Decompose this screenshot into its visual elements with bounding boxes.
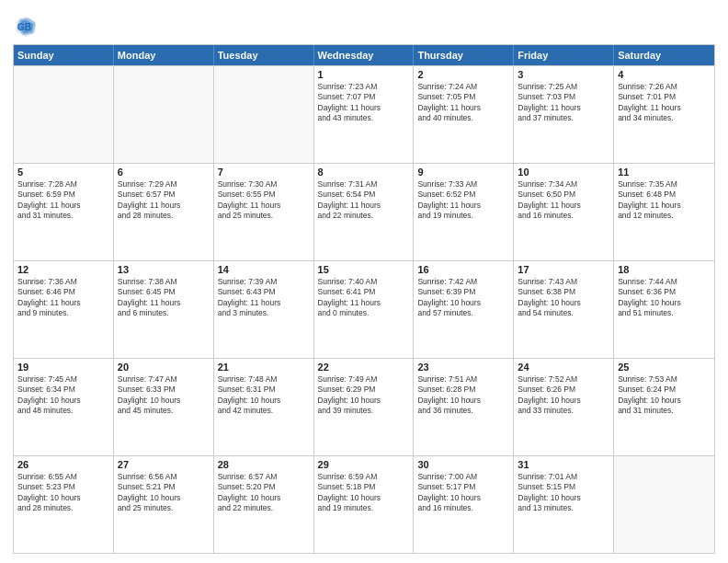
cal-header-friday: Friday — [514, 45, 614, 65]
cal-header-thursday: Thursday — [414, 45, 514, 65]
cal-cell-day-10: 10Sunrise: 7:34 AMSunset: 6:50 PMDayligh… — [514, 164, 614, 260]
day-number: 5 — [17, 167, 109, 178]
cal-header-wednesday: Wednesday — [314, 45, 415, 65]
cal-cell-day-31: 31Sunrise: 7:01 AMSunset: 5:15 PMDayligh… — [514, 456, 614, 553]
cal-cell-day-6: 6Sunrise: 7:29 AMSunset: 6:57 PMDaylight… — [114, 164, 214, 260]
cell-sun-info: Sunrise: 7:23 AMSunset: 7:07 PMDaylight:… — [318, 82, 410, 124]
cal-cell-day-24: 24Sunrise: 7:52 AMSunset: 6:26 PMDayligh… — [514, 359, 614, 455]
cell-sun-info: Sunrise: 7:36 AMSunset: 6:46 PMDaylight:… — [17, 277, 109, 319]
cal-header-sunday: Sunday — [14, 45, 114, 65]
day-number: 10 — [518, 167, 609, 178]
cal-header-monday: Monday — [114, 45, 214, 65]
cell-sun-info: Sunrise: 7:40 AMSunset: 6:41 PMDaylight:… — [318, 277, 410, 319]
day-number: 6 — [118, 167, 210, 178]
day-number: 27 — [118, 459, 210, 470]
day-number: 19 — [17, 362, 109, 373]
cell-sun-info: Sunrise: 7:29 AMSunset: 6:57 PMDaylight:… — [118, 179, 210, 222]
day-number: 30 — [417, 459, 509, 470]
day-number: 3 — [518, 69, 609, 80]
day-number: 12 — [17, 264, 109, 275]
cal-cell-empty-4-6 — [614, 456, 714, 553]
day-number: 20 — [118, 362, 210, 373]
day-number: 14 — [218, 264, 310, 275]
cell-sun-info: Sunrise: 7:43 AMSunset: 6:38 PMDaylight:… — [518, 277, 609, 319]
day-number: 7 — [218, 167, 310, 178]
day-number: 22 — [318, 362, 410, 373]
day-number: 9 — [417, 167, 509, 178]
day-number: 31 — [518, 459, 609, 470]
cell-sun-info: Sunrise: 7:31 AMSunset: 6:54 PMDaylight:… — [318, 179, 410, 222]
cell-sun-info: Sunrise: 7:33 AMSunset: 6:52 PMDaylight:… — [417, 179, 509, 222]
calendar: SundayMondayTuesdayWednesdayThursdayFrid… — [13, 44, 715, 554]
cell-sun-info: Sunrise: 7:30 AMSunset: 6:55 PMDaylight:… — [218, 179, 310, 222]
cal-cell-day-26: 26Sunrise: 6:55 AMSunset: 5:23 PMDayligh… — [14, 456, 114, 553]
cal-cell-empty-0-2 — [214, 66, 314, 163]
cal-cell-day-20: 20Sunrise: 7:47 AMSunset: 6:33 PMDayligh… — [114, 359, 214, 455]
cal-cell-day-28: 28Sunrise: 6:57 AMSunset: 5:20 PMDayligh… — [214, 456, 314, 553]
cal-cell-day-9: 9Sunrise: 7:33 AMSunset: 6:52 PMDaylight… — [414, 164, 514, 260]
cal-cell-day-29: 29Sunrise: 6:59 AMSunset: 5:18 PMDayligh… — [314, 456, 415, 553]
cal-cell-day-18: 18Sunrise: 7:44 AMSunset: 6:36 PMDayligh… — [614, 261, 714, 358]
cal-cell-day-30: 30Sunrise: 7:00 AMSunset: 5:17 PMDayligh… — [414, 456, 514, 553]
cal-cell-day-14: 14Sunrise: 7:39 AMSunset: 6:43 PMDayligh… — [214, 261, 314, 358]
cell-sun-info: Sunrise: 7:42 AMSunset: 6:39 PMDaylight:… — [417, 277, 509, 319]
cal-cell-day-27: 27Sunrise: 6:56 AMSunset: 5:21 PMDayligh… — [114, 456, 214, 553]
day-number: 24 — [518, 362, 609, 373]
cal-cell-day-12: 12Sunrise: 7:36 AMSunset: 6:46 PMDayligh… — [14, 261, 114, 358]
cell-sun-info: Sunrise: 7:26 AMSunset: 7:01 PMDaylight:… — [618, 82, 711, 124]
cell-sun-info: Sunrise: 7:34 AMSunset: 6:50 PMDaylight:… — [518, 179, 609, 222]
day-number: 1 — [318, 69, 410, 80]
day-number: 18 — [618, 264, 711, 275]
page: GB SundayMondayTuesdayWednesdayThursdayF… — [0, 0, 728, 563]
day-number: 23 — [417, 362, 509, 373]
cell-sun-info: Sunrise: 6:59 AMSunset: 5:18 PMDaylight:… — [318, 472, 410, 514]
cal-cell-day-19: 19Sunrise: 7:45 AMSunset: 6:34 PMDayligh… — [14, 359, 114, 455]
day-number: 28 — [218, 459, 310, 470]
cell-sun-info: Sunrise: 7:00 AMSunset: 5:17 PMDaylight:… — [417, 472, 509, 514]
cal-cell-day-2: 2Sunrise: 7:24 AMSunset: 7:05 PMDaylight… — [414, 66, 514, 163]
day-number: 15 — [318, 264, 410, 275]
cal-row-4: 26Sunrise: 6:55 AMSunset: 5:23 PMDayligh… — [14, 455, 714, 553]
cal-cell-day-4: 4Sunrise: 7:26 AMSunset: 7:01 PMDaylight… — [614, 66, 714, 163]
cal-row-3: 19Sunrise: 7:45 AMSunset: 6:34 PMDayligh… — [14, 358, 714, 455]
cal-cell-day-21: 21Sunrise: 7:48 AMSunset: 6:31 PMDayligh… — [214, 359, 314, 455]
day-number: 26 — [17, 459, 109, 470]
cal-row-2: 12Sunrise: 7:36 AMSunset: 6:46 PMDayligh… — [14, 260, 714, 358]
cal-cell-day-1: 1Sunrise: 7:23 AMSunset: 7:07 PMDaylight… — [314, 66, 415, 163]
cell-sun-info: Sunrise: 7:01 AMSunset: 5:15 PMDaylight:… — [518, 472, 609, 514]
cal-cell-day-11: 11Sunrise: 7:35 AMSunset: 6:48 PMDayligh… — [614, 164, 714, 260]
day-number: 21 — [218, 362, 310, 373]
cell-sun-info: Sunrise: 6:57 AMSunset: 5:20 PMDaylight:… — [218, 472, 310, 514]
day-number: 25 — [618, 362, 711, 373]
cell-sun-info: Sunrise: 7:52 AMSunset: 6:26 PMDaylight:… — [518, 374, 609, 417]
cal-cell-day-17: 17Sunrise: 7:43 AMSunset: 6:38 PMDayligh… — [514, 261, 614, 358]
day-number: 13 — [118, 264, 210, 275]
cell-sun-info: Sunrise: 6:55 AMSunset: 5:23 PMDaylight:… — [17, 472, 109, 514]
cell-sun-info: Sunrise: 7:44 AMSunset: 6:36 PMDaylight:… — [618, 277, 711, 319]
day-number: 17 — [518, 264, 609, 275]
cell-sun-info: Sunrise: 7:48 AMSunset: 6:31 PMDaylight:… — [218, 374, 310, 417]
cal-cell-day-13: 13Sunrise: 7:38 AMSunset: 6:45 PMDayligh… — [114, 261, 214, 358]
cal-row-1: 5Sunrise: 7:28 AMSunset: 6:59 PMDaylight… — [14, 163, 714, 260]
cell-sun-info: Sunrise: 7:45 AMSunset: 6:34 PMDaylight:… — [17, 374, 109, 417]
day-number: 2 — [417, 69, 509, 80]
cal-cell-day-3: 3Sunrise: 7:25 AMSunset: 7:03 PMDaylight… — [514, 66, 614, 163]
day-number: 8 — [318, 167, 410, 178]
cal-cell-day-7: 7Sunrise: 7:30 AMSunset: 6:55 PMDaylight… — [214, 164, 314, 260]
cell-sun-info: Sunrise: 7:49 AMSunset: 6:29 PMDaylight:… — [318, 374, 410, 417]
cell-sun-info: Sunrise: 7:35 AMSunset: 6:48 PMDaylight:… — [618, 179, 711, 222]
calendar-body: 1Sunrise: 7:23 AMSunset: 7:07 PMDaylight… — [14, 65, 714, 553]
calendar-header: SundayMondayTuesdayWednesdayThursdayFrid… — [14, 45, 714, 65]
cell-sun-info: Sunrise: 7:24 AMSunset: 7:05 PMDaylight:… — [417, 82, 509, 124]
cal-cell-day-23: 23Sunrise: 7:51 AMSunset: 6:28 PMDayligh… — [414, 359, 514, 455]
logo-icon: GB — [13, 13, 39, 39]
day-number: 16 — [417, 264, 509, 275]
cell-sun-info: Sunrise: 7:39 AMSunset: 6:43 PMDaylight:… — [218, 277, 310, 319]
cal-cell-day-16: 16Sunrise: 7:42 AMSunset: 6:39 PMDayligh… — [414, 261, 514, 358]
day-number: 11 — [618, 167, 711, 178]
cal-cell-day-5: 5Sunrise: 7:28 AMSunset: 6:59 PMDaylight… — [14, 164, 114, 260]
day-number: 29 — [318, 459, 410, 470]
header: GB — [13, 9, 715, 39]
cell-sun-info: Sunrise: 6:56 AMSunset: 5:21 PMDaylight:… — [118, 472, 210, 514]
cal-cell-day-15: 15Sunrise: 7:40 AMSunset: 6:41 PMDayligh… — [314, 261, 415, 358]
